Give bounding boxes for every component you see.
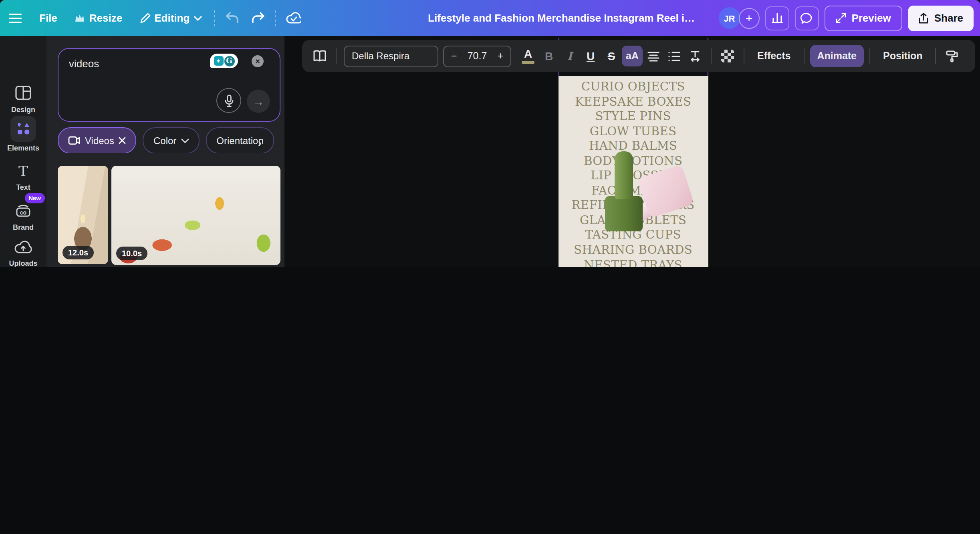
italic-button[interactable]: I [559,46,580,66]
crown-icon [75,14,85,22]
toolbar-divider [936,48,936,64]
sidebar-rail: Design Elements T Text New co Brand Uplo [0,36,46,267]
chevron-down-icon [181,138,189,143]
text-toolbar: Della Respira − 70.7 + A B I U S aA [302,40,975,72]
editor-area: Della Respira − 70.7 + A B I U S aA [284,36,980,267]
editing-mode-dropdown[interactable]: Editing [131,0,210,36]
add-member-button[interactable]: + [738,8,759,28]
strikethrough-button[interactable]: S [601,46,622,66]
filter-chip-color[interactable]: Color [143,127,200,153]
toolbar-divider [869,48,870,64]
grammar-assistant-icon: G [224,56,234,66]
filter-chip-orientation[interactable]: Orientation [206,127,274,153]
decrease-font-size-button[interactable]: − [451,50,457,62]
canvas-page[interactable]: CURIO OBJECTS KEEPSAKE BOXES STYLE PINS … [558,76,708,267]
chevron-down-icon [194,16,202,20]
canva-video-editor: File Resize Editing [0,0,980,267]
document-title[interactable]: Lifestyle and Fashion Merchandise Instag… [428,12,697,24]
font-size-stepper[interactable]: − 70.7 + [443,45,511,67]
topbar-divider [274,10,276,26]
video-camera-icon [68,136,80,145]
sidebar-item-elements[interactable]: Elements [0,116,46,152]
effects-button[interactable]: Effects [750,50,798,62]
toolbar-divider [711,48,712,64]
elements-icon [10,116,36,142]
svg-text:co: co [20,209,26,216]
top-bar: File Resize Editing [0,0,980,36]
search-input[interactable]: videos [69,58,99,70]
undo-button[interactable] [218,0,245,36]
filter-chip-videos[interactable]: Videos [58,127,137,153]
alignment-button[interactable] [643,46,663,66]
comments-button[interactable] [794,6,819,30]
avatar[interactable]: JR [718,7,740,29]
preview-button[interactable]: Preview [824,5,902,31]
comment-bubble-icon [801,12,813,24]
green-nail-polish-cap [614,151,633,199]
share-export-icon [918,12,929,24]
resize-button[interactable]: Resize [66,0,131,36]
lightbulb-icon: ✦ [214,56,223,66]
voice-search-button[interactable] [216,88,241,113]
underline-button[interactable]: U [580,46,601,66]
video-results-grid: 12.0s 10.0s 11.0s 11.0s 12.0s 15.0s 13.0… [58,166,284,267]
bar-chart-icon [771,13,782,23]
video-thumbnail[interactable]: 10.0s [111,166,280,265]
hamburger-icon [9,12,22,24]
main-menu-button[interactable] [0,0,30,36]
cloud-save-status-icon [279,0,307,36]
pages-spread-icon[interactable] [309,46,330,66]
font-size-value[interactable]: 70.7 [468,50,487,62]
elements-panel: videos ✦ G × → Videos [46,36,284,267]
design-icon [13,82,34,103]
merch-list-text[interactable]: CURIO OBJECTS KEEPSAKE BOXES STYLE PINS … [558,79,708,267]
new-badge: New [24,193,45,203]
chips-scroll-right-button[interactable]: › [258,137,262,149]
video-thumbnail[interactable]: 12.0s [58,166,108,264]
text-color-swatch [522,60,534,64]
insights-button[interactable] [765,6,789,30]
font-family-selector[interactable]: Della Respira [344,45,438,67]
duration-badge: 12.0s [63,246,94,259]
text-case-button[interactable]: aA [622,46,643,66]
sidebar-item-text[interactable]: T Text [0,160,46,191]
transparency-button[interactable] [717,46,738,66]
redo-button[interactable] [245,0,271,36]
sidebar-item-uploads[interactable]: Uploads [0,236,46,267]
expand-arrows-icon [835,13,846,23]
share-button[interactable]: Share [908,5,974,31]
bold-button[interactable]: B [538,46,559,66]
list-button[interactable] [663,46,684,66]
sidebar-item-design[interactable]: Design [0,82,46,114]
toolbar-divider [336,48,337,64]
microphone-icon [224,94,234,107]
search-assistant-badge[interactable]: ✦ G [210,54,238,68]
text-icon: T [13,160,34,181]
green-nail-polish-bottle [605,196,642,231]
text-spacing-button[interactable] [684,46,705,66]
filter-chips: Videos Color Orientation [58,127,279,153]
pencil-icon [140,13,150,23]
remove-filter-icon[interactable] [119,137,126,144]
text-color-button[interactable]: A [518,46,538,66]
submit-search-button[interactable]: → [247,90,270,113]
file-menu[interactable]: File [30,0,66,36]
duration-badge: 10.0s [116,247,147,260]
topbar-divider [214,10,215,26]
checkerboard-icon [721,50,734,62]
sidebar-item-brand[interactable]: New co Brand [0,200,46,231]
copy-style-roller-icon[interactable] [942,46,963,66]
animate-button[interactable]: Animate [810,45,864,67]
increase-font-size-button[interactable]: + [497,50,503,62]
clear-search-button[interactable]: × [252,55,264,67]
search-box[interactable]: videos ✦ G × → [58,48,280,122]
toolbar-divider [803,48,804,64]
position-button[interactable]: Position [876,50,930,62]
toolbar-divider [744,48,744,64]
upload-cloud-icon [13,236,34,257]
